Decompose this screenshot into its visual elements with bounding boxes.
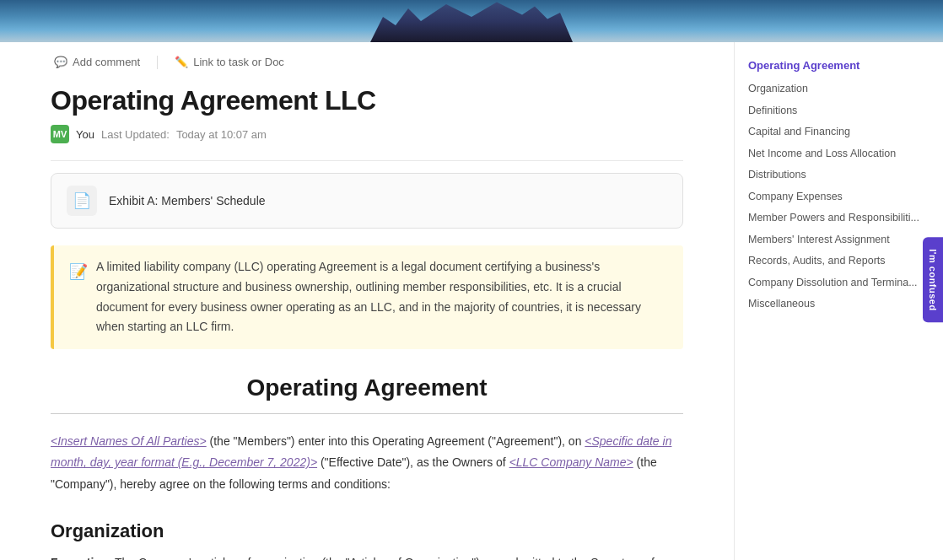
toc-item[interactable]: Company Dissolution and Termina... [735, 272, 936, 294]
add-comment-button[interactable]: 💬 Add comment [51, 54, 143, 70]
toc-item[interactable]: Capital and Financing [735, 121, 936, 143]
toc-item[interactable]: Member Powers and Responsibiliti... [735, 207, 936, 229]
section-title-center: Operating Agreement [51, 374, 683, 401]
toc-header: Operating Agreement [735, 51, 936, 78]
link-icon: ✏️ [175, 56, 188, 68]
placeholder-parties[interactable]: <Insert Names Of All Parties> [51, 434, 207, 448]
toc-item[interactable]: Net Income and Loss Allocation [735, 143, 936, 165]
callout-emoji: 📝 [69, 259, 88, 337]
toolbar: 💬 Add comment ✏️ Link to task or Doc [51, 42, 683, 78]
exhibit-box[interactable]: 📄 Exhibit A: Members' Schedule [51, 173, 683, 229]
hero-banner [0, 0, 943, 42]
link-task-button[interactable]: ✏️ Link to task or Doc [171, 54, 288, 70]
comment-icon: 💬 [54, 56, 67, 68]
exhibit-icon: 📄 [67, 186, 97, 216]
document-meta: MV You Last Updated: Today at 10:07 am [51, 125, 683, 143]
right-sidebar: Operating Agreement OrganizationDefiniti… [734, 42, 936, 560]
toc-item[interactable]: Company Expenses [735, 186, 936, 208]
toc-item[interactable]: Distributions [735, 164, 936, 186]
avatar: MV [51, 125, 69, 143]
toc-item[interactable]: Records, Audits, and Reports [735, 250, 936, 272]
callout-box: 📝 A limited liability company (LLC) oper… [51, 245, 683, 349]
toc-item[interactable]: Members' Interest Assignment [735, 229, 936, 251]
placeholder-company[interactable]: <LLC Company Name> [509, 455, 633, 469]
formation-label: Formation. [51, 556, 111, 560]
toc-item[interactable]: Organization [735, 78, 936, 100]
last-updated-label: Last Updated: [101, 128, 170, 141]
exhibit-title: Exhibit A: Members' Schedule [109, 194, 266, 207]
callout-text: A limited liability company (LLC) operat… [96, 257, 668, 337]
toc-list: OrganizationDefinitionsCapital and Finan… [735, 78, 936, 315]
author-name: You [76, 128, 94, 141]
toc-item[interactable]: Miscellaneous [735, 293, 936, 315]
last-updated-value: Today at 10:07 am [176, 128, 267, 141]
intro-paragraph: <Insert Names Of All Parties> (the "Memb… [51, 431, 683, 495]
main-content: 💬 Add comment ✏️ Link to task or Doc Ope… [0, 42, 734, 560]
toc-item[interactable]: Definitions [735, 100, 936, 122]
feedback-tab[interactable]: I'm confused [923, 237, 943, 322]
organization-heading: Organization [51, 520, 683, 542]
toolbar-divider [157, 56, 158, 69]
document-title: Operating Agreement LLC [51, 85, 683, 116]
title-divider [51, 160, 683, 161]
formation-text: Formation. The Company's articles of org… [51, 552, 683, 560]
section-divider [51, 413, 683, 414]
